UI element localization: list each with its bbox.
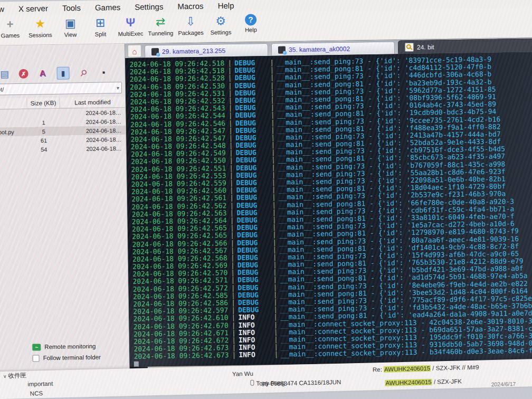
chevron-down-icon: ∨ [3, 374, 7, 379]
column-select-icon[interactable]: ▮ [56, 67, 69, 80]
view-icon: ▣ [62, 16, 78, 30]
main-area: ▤✗A▮⚲▪ ot/ ▾ Size (KB) Last modified 202… [0, 37, 532, 368]
file-modified: 2024-06-18… [60, 144, 126, 154]
view-button[interactable]: ▣View [57, 14, 84, 38]
path-combobox[interactable]: ot/ ▾ [0, 82, 122, 96]
inbox-folder[interactable]: ∨收件匣 [3, 372, 26, 380]
font-a-icon[interactable]: A [36, 68, 48, 79]
toolbar-label: Settings [211, 29, 232, 36]
file-name [0, 136, 27, 146]
menu-item-macros[interactable]: Macros [177, 1, 203, 11]
tab-label: 35. kamatera_ak0002 [289, 45, 350, 53]
sessions-star-icon: ★ [32, 17, 48, 31]
tab-24-bit[interactable]: 24. bit [398, 38, 532, 54]
chevron-down-icon[interactable]: ▾ [117, 85, 119, 91]
session-icon [151, 48, 159, 55]
multiexec-button[interactable]: ΨMultiExec [117, 13, 144, 37]
sessions-button[interactable]: ★Sessions [27, 15, 54, 39]
sidebar-bottom: ~ Remote monitoring Follow terminal fold… [0, 340, 129, 365]
toolbar-label: Games [1, 32, 20, 39]
toolbar-label: Tunneling [148, 30, 173, 37]
file-size: 5 [27, 127, 60, 136]
split-button[interactable]: ⊞Split [87, 14, 114, 37]
file-size [27, 108, 60, 118]
menu-item-games[interactable]: Games [95, 3, 121, 12]
menu-item-ew[interactable]: ew [0, 4, 4, 13]
toolbar-label: Split [95, 31, 107, 37]
col-size: Size (KB) [27, 98, 60, 109]
file-size: 54 [27, 145, 60, 154]
email-subject-wrap[interactable]: 99-06863474 CA1316/18JUN [261, 379, 341, 387]
file-row[interactable]: 542024-06-18… [0, 144, 126, 155]
split-icon: ⊞ [92, 16, 108, 30]
email-sender[interactable]: Yan Wu [232, 370, 253, 377]
mobaxterm-window: ewX serverToolsGamesSettingsMacrosHelp +… [0, 0, 532, 393]
highlighted-ref: AWUHK2406015 [384, 365, 431, 373]
settings-gears-icon: ⚙ [213, 14, 229, 28]
tab-35-kamatera-ak0002[interactable]: 35. kamatera_ak0002 [271, 41, 395, 55]
highlighted-ref: AWUHK2406015 [385, 379, 432, 386]
file-table: Size (KB) Last modified 2024-06-18…12024… [0, 97, 126, 155]
file-modified: 2024-06-18… [60, 117, 126, 127]
file-name [0, 145, 27, 155]
email-date: 2024/6/17 [491, 381, 516, 387]
email-subject[interactable]: Re: AWUHK2406015 / SZX-JFK // M#9 [373, 364, 479, 373]
sidebar-toolbar: ▤✗A▮⚲▪ [0, 44, 125, 83]
key-icon[interactable]: ⚲ [75, 65, 92, 81]
paperclip-icon [250, 380, 254, 386]
key-icon [405, 43, 414, 52]
terminal-pane: ⌂ 29. kamatera_213.25535. kamatera_ak000… [125, 37, 532, 367]
follow-label: Follow terminal folder [43, 354, 100, 362]
home-icon: ⌂ [132, 46, 137, 55]
tab-label: 29. kamatera_213.255 [162, 47, 225, 55]
path-value: ot/ [0, 86, 4, 92]
toolbar-label: MultiExec [118, 30, 144, 37]
close-x-icon[interactable]: ✗ [18, 69, 28, 79]
file-size: 61 [27, 136, 60, 145]
file-name [0, 118, 27, 128]
menu-item-x-server[interactable]: X server [18, 4, 48, 13]
help-button[interactable]: ?Help [238, 12, 264, 33]
follow-checkbox[interactable] [32, 355, 39, 362]
packages-button[interactable]: ⇩Packages [177, 13, 204, 36]
sftp-sidebar: ▤✗A▮⚲▪ ot/ ▾ Size (KB) Last modified 202… [0, 44, 130, 369]
file-name [0, 109, 27, 118]
menu-item-tools[interactable]: Tools [62, 3, 81, 13]
toolbar-label: View [64, 31, 77, 37]
file-size: 1 [27, 118, 60, 127]
file-modified: 2024-06-18… [60, 135, 126, 145]
email-subject[interactable]: AWUHK2406015 / SZX-JFK [385, 378, 462, 386]
session-icon [278, 46, 286, 53]
monitor-chart-icon: ~ [32, 344, 41, 350]
file-modified: 2024-06-18… [60, 126, 126, 136]
terminal-cursor [134, 361, 139, 367]
menu-item-help[interactable]: Help [217, 1, 234, 10]
gamepad-icon: + [2, 17, 18, 31]
col-modified: Last modified [60, 97, 126, 108]
folder-ncs[interactable]: NCS [30, 390, 43, 397]
folder-dark-icon[interactable]: ▪ [98, 66, 109, 78]
file-name: _bot.py [0, 127, 27, 137]
folder-important[interactable]: important [27, 381, 53, 387]
packages-icon: ⇩ [183, 15, 198, 28]
terminal[interactable]: 2024-06-18 09:26:42.518|DEBUG|__main__:s… [125, 52, 532, 367]
tab-29-kamatera-213-255[interactable]: 29. kamatera_213.255 [145, 43, 268, 58]
multiexec-icon: Ψ [122, 16, 138, 30]
screen-photo: ewX serverToolsGamesSettingsMacrosHelp +… [0, 0, 532, 399]
help-icon: ? [245, 14, 256, 25]
file-modified: 2024-06-18… [60, 107, 126, 117]
toolbar-label: Sessions [28, 32, 52, 39]
settings-button[interactable]: ⚙Settings [207, 12, 234, 36]
doc-icon[interactable]: ▤ [0, 68, 11, 80]
games-button[interactable]: +Games [0, 15, 24, 39]
home-tab-button[interactable]: ⌂ [128, 45, 141, 58]
menu-item-settings[interactable]: Settings [135, 2, 163, 11]
tunneling-button[interactable]: ⇄Tunneling [147, 13, 174, 37]
col-name [0, 98, 27, 109]
tunneling-icon: ⇄ [153, 15, 168, 29]
toolbar-label: Help [245, 26, 257, 33]
toolbar-label: Packages [178, 30, 203, 36]
follow-terminal-folder[interactable]: Follow terminal folder [0, 351, 129, 365]
tab-label: 24. bit [417, 43, 434, 51]
remote-monitoring-label: Remote monitoring [44, 343, 96, 350]
